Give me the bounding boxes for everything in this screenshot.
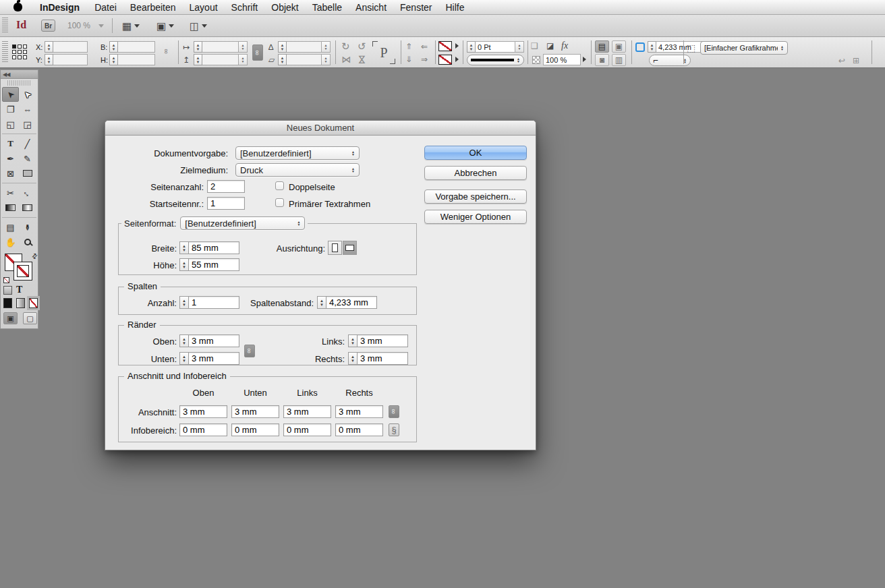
page-height-input[interactable] <box>189 258 239 271</box>
stepper-icon[interactable]: ▲▼ <box>278 54 287 65</box>
tools-panel-drag-handle[interactable] <box>7 80 31 86</box>
combo-arrows-icon[interactable]: ▲▼ <box>322 54 331 65</box>
bleed-right-input[interactable] <box>335 405 383 418</box>
opacity-flyout-icon[interactable] <box>583 57 586 62</box>
gutter-field[interactable]: ▲▼ <box>317 296 377 309</box>
slug-top-input[interactable] <box>179 423 227 436</box>
scissors-tool[interactable]: ✂ <box>2 185 19 200</box>
fill-color-swatch-none[interactable] <box>438 55 452 65</box>
save-preset-button[interactable]: Vorgabe speichern... <box>424 189 527 204</box>
free-transform-tool[interactable]: ↔ <box>19 185 36 200</box>
select-previous-object-icon[interactable]: ⇐ <box>421 42 428 51</box>
combo-arrows-icon[interactable]: ▲▼ <box>515 41 524 53</box>
stroke-style-dropdown[interactable]: ▲▼ <box>467 55 524 65</box>
direct-selection-tool[interactable]: ➤ <box>19 87 36 102</box>
rectangle-tool[interactable] <box>19 166 36 181</box>
rotate-cw-icon[interactable]: ↻ <box>341 40 350 53</box>
flip-horizontal-icon[interactable]: ⋈ <box>341 54 351 65</box>
stepper-icon[interactable]: ▲▼ <box>194 41 202 53</box>
width-field[interactable]: ▲▼ <box>109 41 155 53</box>
hand-tool[interactable]: ✋ <box>2 235 19 249</box>
stepper-icon[interactable]: ▲▼ <box>278 41 287 53</box>
combo-arrows-icon[interactable]: ▲▼ <box>322 41 331 53</box>
slug-left-input[interactable] <box>283 423 331 436</box>
select-content-icon[interactable]: ⇓ <box>405 55 412 64</box>
bridge-button[interactable]: Br <box>41 20 55 32</box>
drop-shadow-icon[interactable]: ❑ <box>531 41 538 51</box>
tools-panel-collapse[interactable]: ◀◀ <box>1 70 38 79</box>
formatting-affects-text-button[interactable]: T <box>16 285 22 295</box>
rotate-ccw-icon[interactable]: ↺ <box>358 40 366 53</box>
effects-fx-menu[interactable]: fx <box>561 40 568 51</box>
stepper-icon[interactable]: ▲▼ <box>109 41 118 53</box>
primary-text-frame-checkbox[interactable] <box>275 198 284 207</box>
slug-right-input[interactable] <box>335 423 383 436</box>
menu-hilfe[interactable]: Hilfe <box>439 0 472 15</box>
frame-tool[interactable]: ⊠ <box>2 166 19 181</box>
menu-objekt[interactable]: Objekt <box>264 0 305 15</box>
selection-tool[interactable]: ➤ <box>2 87 19 102</box>
margin-right-field[interactable]: ▲▼ <box>348 352 408 365</box>
columns-count-field[interactable]: ▲▼ <box>179 296 239 309</box>
stroke-color-swatch-none[interactable] <box>438 41 452 51</box>
intent-dropdown[interactable]: Druck ▲▼ <box>235 163 360 177</box>
x-position-value[interactable] <box>53 41 88 53</box>
stepper-icon[interactable]: ▲▼ <box>348 352 358 365</box>
margin-left-field[interactable]: ▲▼ <box>348 334 408 347</box>
ok-button[interactable]: OK <box>424 146 527 160</box>
gradient-feather-tool[interactable] <box>19 200 36 215</box>
content-placer-tool[interactable]: ◲ <box>19 117 36 131</box>
combo-arrows-icon[interactable]: ▲▼ <box>239 54 248 65</box>
constrain-dimensions-icon[interactable]: ∞ <box>164 47 169 56</box>
margin-top-field[interactable]: ▲▼ <box>179 334 239 347</box>
gutter-input[interactable] <box>326 296 377 309</box>
page-height-field[interactable]: ▲▼ <box>179 258 239 271</box>
pencil-tool[interactable]: ✎ <box>19 151 36 166</box>
corner-radius-value[interactable]: 4,233 mm <box>656 41 704 53</box>
scale-y-value[interactable] <box>202 54 239 65</box>
default-fill-stroke-icon[interactable] <box>3 277 9 283</box>
stroke-swatch-none[interactable] <box>14 262 32 280</box>
margin-bottom-field[interactable]: ▲▼ <box>179 352 239 365</box>
stepper-icon[interactable]: ▲▼ <box>45 54 53 65</box>
bleed-left-input[interactable] <box>283 405 331 418</box>
note-tool[interactable]: ▤ <box>2 220 19 235</box>
opacity-value[interactable]: 100 % <box>543 54 581 65</box>
constrain-scale-link-button[interactable]: ∞ <box>252 45 263 61</box>
fill-flyout-icon[interactable] <box>455 57 459 62</box>
stepper-icon[interactable]: ▲▼ <box>467 41 476 53</box>
wrap-around-object-shape-button[interactable]: ◙ <box>595 54 609 66</box>
screen-mode-dropdown[interactable]: ▣ <box>156 19 174 33</box>
y-position-field[interactable]: ▲▼ <box>45 54 88 65</box>
dialog-title-bar[interactable]: Neues Dokument <box>105 121 536 136</box>
gap-tool[interactable]: ⇔ <box>19 102 36 117</box>
no-text-wrap-button[interactable]: ▤ <box>595 40 609 53</box>
width-value[interactable] <box>118 41 155 53</box>
swap-fill-stroke-icon[interactable]: ⇄ <box>30 252 39 261</box>
combo-arrows-icon[interactable]: ▲▼ <box>239 41 248 53</box>
rotation-angle-field[interactable]: ▲▼ ▲▼ <box>278 41 331 53</box>
wrap-around-bounding-box-button[interactable]: ▣ <box>612 40 626 53</box>
orientation-portrait-button[interactable] <box>328 241 342 255</box>
menu-indesign[interactable]: InDesign <box>32 0 88 15</box>
select-next-object-icon[interactable]: ⇒ <box>421 55 428 64</box>
facing-pages-checkbox[interactable] <box>275 181 284 190</box>
apple-menu-icon[interactable] <box>13 3 22 11</box>
margin-bottom-input[interactable] <box>189 352 239 365</box>
stepper-icon[interactable]: ▲▼ <box>179 296 189 309</box>
object-style-icon[interactable]: ⬚ <box>687 42 695 53</box>
stroke-weight-field[interactable]: ▲▼ 0 Pt ▲▼ <box>467 41 524 53</box>
menu-layout[interactable]: Layout <box>183 0 225 15</box>
y-position-value[interactable] <box>53 54 88 65</box>
formatting-affects-container-button[interactable] <box>3 286 12 295</box>
stepper-icon[interactable]: ▲▼ <box>45 41 53 53</box>
corner-shape-dropdown[interactable]: ⌐ ▲▼ <box>649 55 691 66</box>
stepper-icon[interactable]: ▲▼ <box>179 334 189 347</box>
preset-dropdown[interactable]: [Benutzerdefiniert] ▲▼ <box>235 146 360 160</box>
stepper-icon[interactable]: ▲▼ <box>179 352 189 365</box>
appbar-drag-handle[interactable] <box>2 18 8 34</box>
pen-tool[interactable]: ✒ <box>2 151 19 166</box>
apply-color-button[interactable] <box>3 298 12 308</box>
bleed-link-button[interactable]: ∞ <box>389 405 399 418</box>
jump-object-button[interactable]: ▥ <box>612 54 626 66</box>
